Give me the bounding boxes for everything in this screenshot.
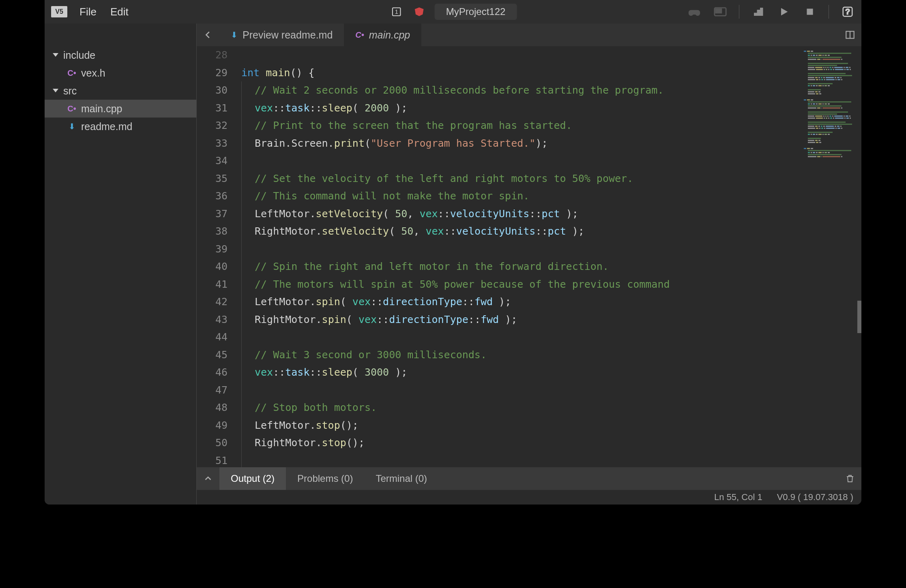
folder-include[interactable]: include <box>45 46 196 64</box>
app-logo: V5 <box>51 6 67 17</box>
md-file-icon: ⬇ <box>231 30 238 40</box>
toolbar-right: ? <box>687 4 855 19</box>
bottom-panel: Output (2) Problems (0) Terminal (0) <box>197 467 861 490</box>
editor-area: ⬇ Preview readme.md C• main.cpp 28293031… <box>197 24 861 505</box>
minimap-scroll-thumb[interactable] <box>857 301 861 333</box>
help-icon[interactable]: ? <box>840 4 855 19</box>
status-bar: Ln 55, Col 1 V0.9 ( 19.07.3018 ) <box>197 490 861 505</box>
svg-text:1: 1 <box>395 8 398 15</box>
vex-shield-icon[interactable] <box>412 4 427 19</box>
brain-icon[interactable] <box>713 4 728 19</box>
split-editor-icon[interactable] <box>839 24 861 46</box>
menu-edit[interactable]: Edit <box>110 6 129 18</box>
tab-label: Preview readme.md <box>243 29 333 41</box>
cpp-file-icon: C• <box>355 30 364 40</box>
minimap-content <box>804 49 859 160</box>
svg-rect-4 <box>807 9 813 15</box>
project-name-group: 1 MyProject122 <box>389 4 517 20</box>
file-label: readme.md <box>81 121 132 133</box>
md-file-icon: ⬇ <box>67 122 76 131</box>
code-editor[interactable]: 2829303132333435363738394041424344454647… <box>197 46 861 467</box>
tab-bar: ⬇ Preview readme.md C• main.cpp <box>197 24 861 46</box>
file-explorer: include C• vex.h src C• main.cpp ⬇ readm… <box>45 24 197 505</box>
cursor-position: Ln 55, Col 1 <box>714 492 762 502</box>
tab-back-button[interactable] <box>197 24 219 46</box>
folder-label: src <box>63 85 77 97</box>
file-main-cpp[interactable]: C• main.cpp <box>45 100 196 118</box>
tab-main-cpp[interactable]: C• main.cpp <box>344 24 421 46</box>
folder-label: include <box>63 49 95 61</box>
cpp-file-icon: C• <box>67 68 76 78</box>
panel-trash-icon[interactable] <box>839 467 861 490</box>
tab-label: main.cpp <box>369 29 410 41</box>
main-body: include C• vex.h src C• main.cpp ⬇ readm… <box>45 24 861 505</box>
project-name-field[interactable]: MyProject122 <box>435 4 517 20</box>
controller-icon[interactable] <box>687 4 702 19</box>
play-icon[interactable] <box>777 4 791 19</box>
svg-rect-3 <box>716 9 721 13</box>
line-gutter: 2829303132333435363738394041424344454647… <box>197 46 234 467</box>
panel-tab-output[interactable]: Output (2) <box>219 467 286 490</box>
panel-tab-problems[interactable]: Problems (0) <box>286 467 364 490</box>
slot-badge-icon[interactable]: 1 <box>389 4 404 19</box>
file-label: main.cpp <box>81 103 122 115</box>
minimap[interactable] <box>801 46 861 467</box>
version-label: V0.9 ( 19.07.3018 ) <box>777 492 853 502</box>
build-icon[interactable] <box>751 4 765 19</box>
toolbar-divider <box>739 5 739 19</box>
stop-icon[interactable] <box>803 4 817 19</box>
app-window: V5 File Edit 1 MyProject122 <box>45 0 861 505</box>
menu-file[interactable]: File <box>79 6 97 18</box>
cpp-file-icon: C• <box>67 104 76 113</box>
top-toolbar: V5 File Edit 1 MyProject122 <box>45 0 861 24</box>
panel-toggle-icon[interactable] <box>197 467 219 490</box>
svg-text:?: ? <box>846 7 850 16</box>
code-content[interactable]: int main() {// Wait 2 seconds or 2000 mi… <box>234 46 801 467</box>
tab-preview-readme[interactable]: ⬇ Preview readme.md <box>219 24 344 46</box>
file-readme-md[interactable]: ⬇ readme.md <box>45 118 196 135</box>
toolbar-divider-2 <box>829 5 829 19</box>
panel-tab-terminal[interactable]: Terminal (0) <box>364 467 438 490</box>
file-label: vex.h <box>81 67 105 79</box>
folder-src[interactable]: src <box>45 82 196 100</box>
file-vex-h[interactable]: C• vex.h <box>45 64 196 82</box>
